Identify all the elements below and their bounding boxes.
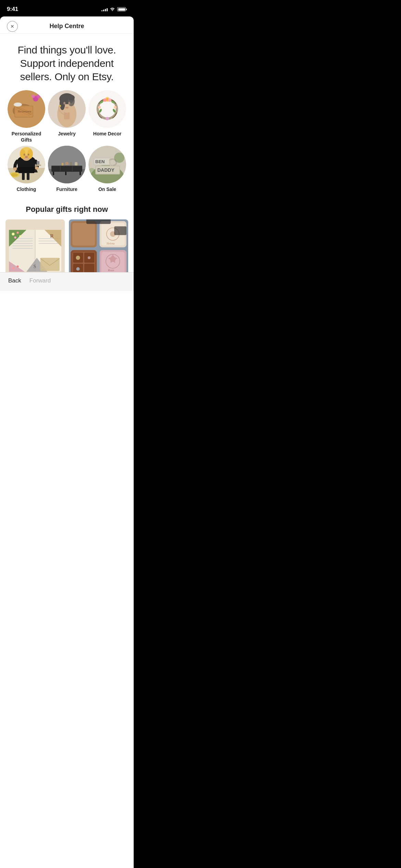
category-item-jewelry[interactable]: Jewelry — [47, 90, 86, 143]
category-item-furniture[interactable]: Furniture — [47, 146, 86, 192]
svg-point-55 — [11, 173, 18, 177]
svg-rect-121 — [84, 264, 95, 272]
category-label-clothing: Clothing — [17, 186, 36, 192]
category-label-on-sale: On Sale — [98, 186, 116, 192]
category-item-personalized-gifts[interactable]: Herzensmen PersonalizedGifts — [7, 90, 46, 143]
svg-point-33 — [108, 98, 111, 102]
header: ✕ Help Centre — [0, 16, 134, 34]
category-image-personalized-gifts: Herzensmen — [8, 90, 45, 128]
category-label-furniture: Furniture — [56, 186, 77, 192]
svg-rect-67 — [65, 172, 66, 175]
product-image-2: Helena — [69, 219, 128, 272]
svg-point-38 — [98, 106, 101, 109]
product-image-1: R S — [5, 219, 65, 272]
svg-point-123 — [88, 256, 90, 259]
svg-rect-130 — [114, 226, 126, 235]
header-title: Help Centre — [49, 23, 84, 30]
svg-point-45 — [13, 167, 17, 171]
section-title: Popular gifts right now — [0, 200, 134, 219]
svg-rect-110 — [72, 223, 95, 245]
svg-point-52 — [28, 154, 29, 156]
svg-point-82 — [88, 168, 95, 175]
bottom-nav: Back Forward — [0, 272, 134, 291]
product-card-2[interactable]: Helena — [69, 219, 128, 272]
svg-rect-26 — [48, 90, 86, 128]
category-item-home-decor[interactable]: Home Decor — [88, 90, 127, 143]
svg-rect-68 — [62, 163, 63, 166]
svg-rect-57 — [37, 161, 39, 165]
svg-point-105 — [12, 267, 14, 269]
svg-text:R: R — [50, 233, 54, 238]
category-label-personalized-gifts: PersonalizedGifts — [12, 131, 41, 143]
svg-point-97 — [17, 231, 19, 233]
svg-rect-62 — [51, 166, 82, 172]
signal-icon — [101, 7, 108, 11]
svg-rect-64 — [72, 166, 73, 171]
svg-rect-70 — [70, 162, 72, 166]
svg-point-99 — [19, 235, 21, 237]
product-card-1[interactable]: R S Personalized — [5, 219, 65, 272]
close-button[interactable]: ✕ — [7, 21, 18, 32]
main-container: ✕ Help Centre Find things you'll love. S… — [0, 16, 134, 868]
svg-text:Rosie: Rosie — [108, 268, 114, 272]
category-image-clothing — [8, 146, 45, 183]
svg-rect-71 — [75, 162, 77, 166]
svg-point-81 — [114, 153, 124, 163]
svg-point-96 — [12, 232, 14, 235]
svg-point-12 — [15, 103, 21, 106]
svg-rect-56 — [35, 165, 41, 166]
category-label-home-decor: Home Decor — [93, 131, 121, 137]
svg-point-32 — [103, 98, 107, 102]
category-image-furniture — [48, 146, 86, 183]
wifi-icon — [110, 7, 115, 12]
category-item-clothing[interactable]: Clothing — [7, 146, 46, 192]
category-image-home-decor — [88, 90, 126, 128]
status-time: 9:41 — [7, 6, 18, 13]
svg-point-9 — [36, 94, 40, 98]
svg-rect-63 — [60, 166, 61, 171]
svg-text:DADDY: DADDY — [97, 167, 114, 173]
svg-point-39 — [114, 106, 117, 109]
status-icons — [101, 7, 127, 12]
popular-section: Popular gifts right now — [0, 200, 134, 272]
battery-icon — [117, 7, 127, 11]
svg-text:Herzensmen: Herzensmen — [17, 110, 32, 113]
status-bar: 9:41 — [0, 0, 134, 16]
products-grid: R S Personalized — [0, 219, 134, 272]
category-image-jewelry — [48, 90, 86, 128]
svg-point-53 — [25, 156, 28, 158]
category-label-jewelry: Jewelry — [58, 131, 75, 137]
svg-rect-66 — [80, 172, 81, 175]
back-button[interactable]: Back — [8, 277, 21, 284]
svg-point-69 — [65, 162, 69, 165]
svg-point-27 — [88, 90, 126, 128]
svg-text:Helena: Helena — [106, 242, 114, 245]
svg-text:BEN: BEN — [95, 159, 105, 164]
svg-rect-107 — [40, 258, 60, 271]
category-grid: Herzensmen PersonalizedGifts — [0, 90, 134, 200]
forward-button[interactable]: Forward — [29, 277, 51, 284]
close-icon: ✕ — [10, 24, 14, 29]
svg-point-106 — [17, 265, 19, 267]
svg-point-46 — [35, 166, 38, 170]
svg-point-122 — [76, 255, 80, 260]
svg-rect-65 — [53, 172, 54, 175]
svg-rect-72 — [51, 166, 82, 166]
category-image-on-sale: BEN DADDY — [88, 146, 126, 183]
svg-rect-129 — [86, 219, 111, 224]
svg-point-124 — [76, 267, 80, 270]
scroll-area[interactable]: Find things you'll love. Support indepen… — [0, 34, 134, 272]
category-item-on-sale[interactable]: BEN DADDY On Sale — [88, 146, 127, 192]
svg-point-51 — [24, 154, 25, 156]
hero-text: Find things you'll love. Support indepen… — [0, 34, 134, 90]
svg-text:S: S — [33, 264, 36, 269]
svg-point-10 — [32, 95, 35, 98]
svg-point-40 — [106, 117, 109, 120]
svg-point-98 — [14, 236, 16, 238]
